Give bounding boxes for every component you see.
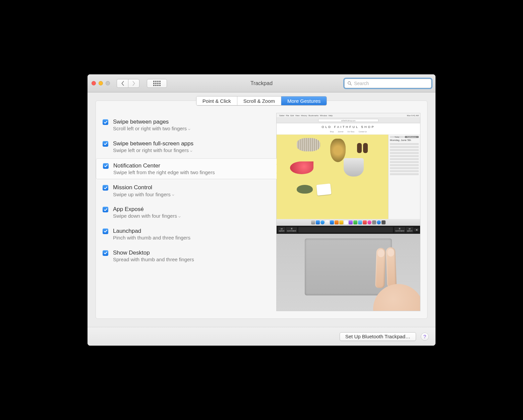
gesture-subtitle: Swipe left from the right edge with two …: [113, 169, 215, 176]
tab-scroll-zoom[interactable]: Scroll & Zoom: [237, 96, 281, 105]
gesture-mission-control[interactable]: Mission Control Swipe up with four finge…: [96, 181, 277, 201]
panel-body: Swipe between pages Scroll left or right…: [96, 106, 427, 319]
checkbox[interactable]: [103, 119, 108, 125]
gesture-title: App Exposé: [113, 206, 181, 213]
dock-icon: [311, 220, 315, 224]
gesture-subtitle: Spread with thumb and three fingers: [113, 256, 194, 263]
watermelon-icon: [290, 161, 313, 174]
dock-icon: [335, 220, 339, 224]
dock-icon: [353, 220, 357, 224]
checkbox[interactable]: [103, 141, 108, 147]
gesture-launchpad[interactable]: Launchpad Pinch with thumb and three fin…: [96, 224, 277, 244]
svg-point-0: [348, 81, 351, 84]
checkbox[interactable]: [103, 163, 109, 169]
towels-icon: [297, 138, 320, 151]
preferences-panel: Point & Click Scroll & Zoom More Gesture…: [96, 100, 427, 319]
book-icon: [316, 184, 331, 196]
chevron-down-icon: ⌵: [188, 126, 190, 131]
preview-hero: [277, 135, 388, 219]
preview-browser-toolbar: oldfaithfulshop.com: [277, 118, 420, 123]
zoom-window-button: [106, 81, 110, 85]
dock-icon: [344, 220, 348, 224]
preview-page-nav: Shop Journal Our Story Contact Us: [277, 131, 420, 135]
check-icon: [104, 120, 108, 124]
check-icon: [104, 229, 108, 233]
gesture-swipe-fullscreen-apps[interactable]: Swipe between full-screen apps Swipe lef…: [96, 137, 277, 157]
dock-icon: [363, 220, 367, 224]
preview-app-name: Safari: [279, 115, 285, 117]
finger-icon: [386, 247, 397, 288]
preview-hand: [360, 247, 417, 311]
gesture-title: Mission Control: [113, 184, 174, 191]
key-spacebar: [298, 227, 393, 232]
tab-more-gestures[interactable]: More Gestures: [281, 96, 327, 105]
key: altoption: [406, 227, 413, 232]
key: altoption: [278, 227, 285, 232]
checkbox[interactable]: [103, 228, 108, 234]
gesture-swipe-between-pages[interactable]: Swipe between pages Scroll left or right…: [96, 115, 277, 135]
gesture-subtitle-dropdown[interactable]: Swipe left or right with four fingers⌵: [113, 147, 193, 154]
cap-icon: [297, 185, 313, 194]
chevron-down-icon: ⌵: [178, 214, 181, 218]
window-controls: [92, 81, 110, 85]
bucket-icon: [344, 158, 364, 177]
check-icon: [104, 186, 108, 190]
dock-icon: [316, 220, 320, 224]
palm-icon: [373, 284, 420, 311]
checkbox[interactable]: [103, 250, 108, 256]
close-window-button[interactable]: [92, 81, 96, 85]
dock-icon: [349, 220, 353, 224]
gesture-show-desktop[interactable]: Show Desktop Spread with thumb and three…: [96, 246, 277, 266]
pineapple-icon: [330, 139, 346, 162]
chevron-down-icon: ⌵: [172, 192, 174, 197]
checkbox[interactable]: [103, 185, 108, 191]
forward-button[interactable]: [128, 79, 139, 88]
search-field[interactable]: [344, 79, 431, 88]
search-input[interactable]: [354, 81, 428, 86]
checkbox[interactable]: [103, 207, 108, 212]
gesture-app-expose[interactable]: App Exposé Swipe down with four fingers⌵: [96, 202, 277, 223]
setup-bluetooth-trackpad-button[interactable]: Set Up Bluetooth Trackpad…: [340, 332, 416, 341]
dock-icon: [330, 220, 334, 224]
tab-point-click[interactable]: Point & Click: [196, 96, 237, 105]
preview-card: Safari File Edit View History Bookmarks …: [276, 113, 420, 311]
gesture-subtitle-dropdown[interactable]: Scroll left or right with two fingers⌵: [113, 125, 190, 132]
chevron-left-icon: [121, 81, 124, 86]
gesture-subtitle: Pinch with thumb and three fingers: [113, 234, 190, 241]
gesture-title: Swipe between full-screen apps: [113, 140, 193, 147]
preview-trackpad-area: [277, 234, 420, 311]
check-icon: [104, 164, 108, 168]
minimize-window-button[interactable]: [99, 81, 103, 85]
key: ◀: [414, 228, 419, 231]
gesture-notification-center[interactable]: Notification Center Swipe left from the …: [96, 158, 277, 180]
search-icon: [347, 81, 352, 86]
system-preferences-window: Trackpad Point & Click Scroll & Zoom Mor…: [88, 74, 435, 346]
tab-segmented-control: Point & Click Scroll & Zoom More Gesture…: [196, 96, 327, 106]
dock-icon: [325, 220, 329, 224]
key: ⌘command: [394, 227, 405, 232]
preview-notification-center: Today Notifications Monday, June 5th: [388, 135, 420, 219]
toolbar: Trackpad: [88, 74, 435, 92]
preview-keyboard: altoption ⌘command ⌘command altoption ◀: [277, 226, 420, 234]
gesture-subtitle-dropdown[interactable]: Swipe down with four fingers⌵: [113, 213, 181, 219]
preview-clock: Mon 9:41 AM: [407, 115, 419, 117]
footer: Set Up Bluetooth Trackpad… ?: [88, 327, 435, 346]
key: ⌘command: [286, 227, 297, 232]
chevron-right-icon: [132, 81, 135, 86]
dock-icon: [321, 220, 325, 224]
chevron-down-icon: ⌵: [190, 148, 192, 153]
nav-buttons: [117, 79, 139, 88]
show-all-button[interactable]: [147, 79, 167, 88]
preview-page-logo: OLD FAITHFUL SHOP: [277, 123, 420, 131]
dock-icon: [372, 220, 376, 224]
dock-icon: [377, 220, 381, 224]
preview-url: oldfaithfulshop.com: [318, 119, 379, 122]
preview-date: Monday, June 5th: [390, 139, 419, 142]
back-button[interactable]: [117, 79, 128, 88]
gesture-subtitle-dropdown[interactable]: Swipe up with four fingers⌵: [113, 191, 174, 198]
dock-icon: [339, 220, 343, 224]
bottle-icon: [357, 143, 362, 153]
dock-icon: [367, 220, 371, 224]
help-button[interactable]: ?: [421, 333, 429, 341]
gesture-title: Notification Center: [113, 162, 215, 169]
